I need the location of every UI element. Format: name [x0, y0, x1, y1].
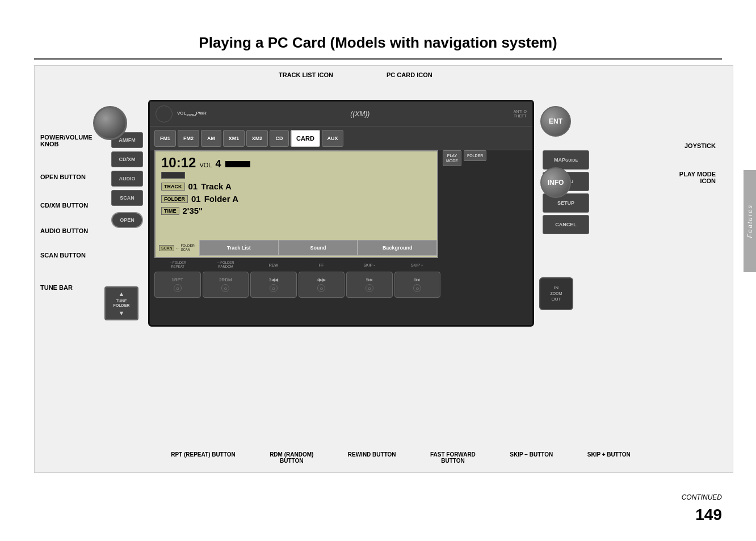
folder-btn[interactable]: FOLDER	[464, 150, 486, 161]
preset-btn-6[interactable]: 6⏭ ○	[394, 272, 441, 298]
tab-sound[interactable]: Sound	[279, 240, 358, 256]
src-btn-am[interactable]: AM	[201, 130, 221, 147]
display-track-name: Track A	[201, 181, 232, 191]
cancel-btn[interactable]: CANCEL	[543, 215, 589, 234]
track-list-icon-label: TRACK LIST ICON	[279, 71, 333, 78]
display-folder-num: 01	[191, 194, 201, 204]
features-side-tab: Features	[744, 170, 756, 272]
scan-btn[interactable]: SCAN	[111, 190, 143, 206]
fast-forward-button-label: FAST FORWARDBUTTON	[430, 451, 476, 464]
diagram-container: TRACK LIST ICON PC CARD ICON POWER/VOLUM…	[34, 65, 733, 473]
audio-button-label: AUDIO BUTTON	[40, 227, 88, 234]
src-btn-fm1[interactable]: FM1	[154, 130, 176, 147]
preset-btn-3[interactable]: 3◀◀ ○	[250, 272, 297, 298]
display-screen: 10:12 VOL 4 TRACK 01 Track A FOLDER	[154, 150, 438, 258]
track-label-box: TRACK	[161, 183, 185, 191]
bottom-labels-container: RPT (REPEAT) BUTTON RDM (RANDOM)BUTTON R…	[154, 451, 648, 464]
tune-bar-label: TUNE BAR	[40, 284, 73, 291]
skip-plus-transport: SKIP +	[394, 263, 440, 267]
play-mode-icon-label: PLAY MODEICON	[679, 171, 716, 184]
features-tab-text: Features	[746, 204, 753, 238]
scan-button-label: SCAN BUTTON	[40, 252, 86, 259]
display-elapsed-time: 2'35"	[183, 206, 203, 215]
audio-btn[interactable]: AUDIO	[111, 171, 143, 187]
rew-transport: REW	[250, 263, 297, 267]
preset-btn-5[interactable]: 5⏮ ○	[346, 272, 393, 298]
src-btn-xm1[interactable]: XM1	[223, 130, 245, 147]
src-btn-aux[interactable]: AUX	[322, 130, 343, 147]
source-buttons-row: FM1 FM2 AM XM1 XM2 CD CARD AUX	[150, 126, 532, 150]
mapguide-btn[interactable]: MAPGUIDE	[543, 150, 589, 170]
open-button-label: OPEN BUTTON	[40, 174, 86, 180]
ent-joystick-btn[interactable]: ENT	[540, 106, 571, 137]
volume-knob[interactable]	[93, 106, 127, 140]
rpt-repeat-button-label: RPT (REPEAT) BUTTON	[171, 451, 236, 458]
continued-text: CONTINUED	[682, 493, 722, 501]
power-volume-knob-label: POWER/VOLUMEKNOB	[40, 134, 93, 147]
display-vol-value: 4	[215, 158, 221, 170]
preset-buttons-row: 1RPT ○ 2RDM ○ 3◀◀ ○ 4▶▶ ○ 5⏮ ○	[154, 270, 440, 299]
folder-scan-label: FOLDERSCAN	[180, 244, 194, 251]
display-time: 10:12	[161, 155, 196, 171]
ff-transport: FF	[298, 263, 345, 267]
preset-btn-2[interactable]: 2RDM ○	[203, 272, 249, 298]
folder-scan-arrow: ←	[175, 246, 179, 250]
info-btn[interactable]: INFO	[540, 167, 571, 198]
src-btn-xm2[interactable]: XM2	[246, 130, 268, 147]
joystick-label: JOYSTICK	[684, 142, 716, 149]
zoom-btn[interactable]: IN ZOOM OUT	[539, 277, 573, 310]
display-folder-name: Folder A	[204, 194, 238, 204]
preset-btn-4[interactable]: 4▶▶ ○	[299, 272, 345, 298]
skip-plus-button-label: SKIP + BUTTON	[587, 451, 631, 458]
tab-track-list[interactable]: Track List	[199, 240, 279, 256]
transport-labels-row: ←FOLDERREPEAT ←FOLDERRANDOM REW FF SKIP …	[154, 259, 440, 270]
xm-display: ((XM))	[211, 110, 509, 118]
play-mode-btn[interactable]: PLAYMODE	[443, 150, 461, 166]
open-btn[interactable]: OPEN	[111, 212, 143, 228]
pc-card-icon-label: PC CARD ICON	[387, 71, 432, 78]
knob-area-indicator	[156, 105, 173, 122]
page-number: 149	[695, 506, 722, 524]
rewind-button-label: REWIND BUTTON	[348, 451, 396, 458]
tune-folder-bar[interactable]: ▲ TUNEFOLDER ▼	[104, 286, 138, 320]
page-title: Playing a PC Card (Models with navigatio…	[34, 0, 722, 60]
time-label-box: TIME	[161, 207, 179, 215]
folder-label-box: FOLDER	[161, 195, 188, 203]
radio-top-strip: VOLPUSHPWR ((XM)) ANTI OTHEFT	[150, 102, 532, 126]
anti-theft-label: ANTI OTHEFT	[514, 109, 527, 118]
rdm-random-button-label: RDM (RANDOM)BUTTON	[270, 451, 313, 464]
cd-xm-btn[interactable]: CD/XM	[111, 151, 143, 167]
display-track-num: 01	[188, 181, 198, 191]
skip-minus-button-label: SKIP − BUTTON	[510, 451, 553, 458]
display-volume-bar	[225, 161, 250, 167]
folder-repeat-transport: ←FOLDERREPEAT	[154, 261, 201, 268]
src-btn-cd[interactable]: CD	[270, 130, 289, 147]
tab-background[interactable]: Background	[358, 240, 437, 256]
folder-random-transport: ←FOLDERRANDOM	[202, 261, 249, 268]
display-vol-label: VOL	[199, 162, 212, 168]
cd-xm-button-label: CD/XM BUTTON	[40, 202, 88, 209]
scan-small-btn[interactable]: SCAN	[159, 245, 174, 251]
vol-pwr-label: VOLPUSHPWR	[177, 111, 207, 117]
src-btn-card[interactable]: CARD	[291, 130, 320, 147]
src-btn-fm2[interactable]: FM2	[178, 130, 199, 147]
display-mode-box	[161, 172, 185, 179]
preset-btn-1[interactable]: 1RPT ○	[154, 272, 201, 298]
skip-minus-transport: SKIP -	[346, 263, 392, 267]
radio-unit: VOLPUSHPWR ((XM)) ANTI OTHEFT FM1 FM2 AM…	[148, 100, 534, 327]
